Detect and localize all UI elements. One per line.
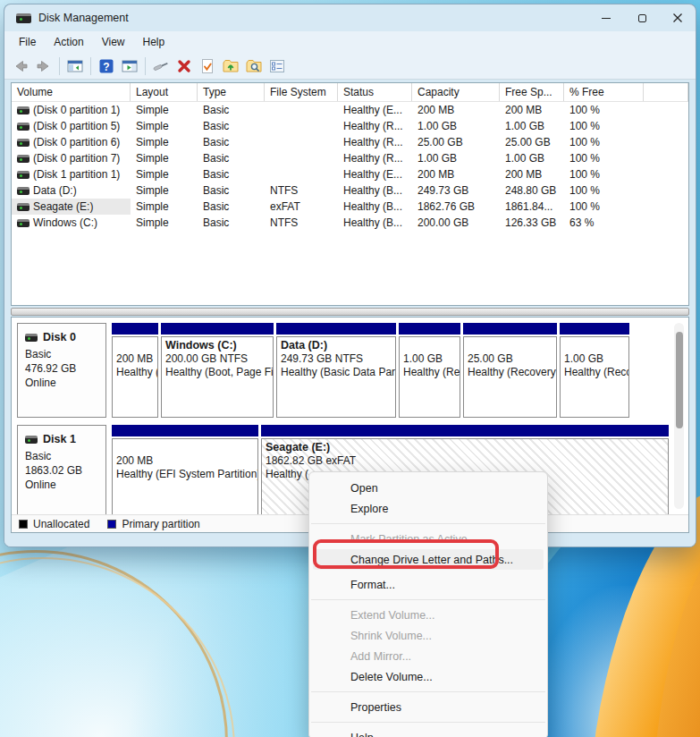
pct-cell: 100 % [564,118,644,134]
minimize-button[interactable] [588,4,624,31]
column-header-filesystem[interactable]: File System [265,83,338,101]
titlebar[interactable]: Disk Management [4,4,696,31]
show-action-pane-button[interactable] [119,55,140,77]
status-cell: Healthy (E... [338,102,412,118]
partition-size: 249.73 GB NTFS [281,352,363,365]
partition-block[interactable]: Windows (C:)200.00 GB NTFSHealthy (Boot,… [161,323,274,418]
screwdriver-icon [152,57,170,75]
table-row[interactable]: Windows (C:) Simple Basic NTFS Healthy (… [12,215,688,231]
partition-block[interactable]: Data (D:)249.73 GB NTFSHealthy (Basic Da… [276,323,396,418]
toolbar-separator [90,57,91,75]
column-header-status[interactable]: Status [338,83,412,101]
capacity-cell: 200 MB [412,102,500,118]
check-document-button[interactable] [197,55,218,77]
table-row[interactable]: (Disk 1 partition 1) Simple Basic Health… [12,166,688,182]
menu-item-properties[interactable]: Properties [313,697,544,717]
properties-button[interactable] [266,55,288,77]
folder-open-button[interactable] [220,55,241,77]
partition-health: Healthy (Boot, Page File, Crash Dump, Ba… [165,366,274,378]
menu-item-delete-volume[interactable]: Delete Volume... [313,666,544,687]
disk-0-label[interactable]: Disk 0 Basic 476.92 GB Online [17,323,106,418]
menu-item-explore[interactable]: Explore [313,498,544,519]
delete-partition-button[interactable] [173,55,195,77]
column-header-volume[interactable]: Volume [12,83,131,101]
menu-item-help[interactable]: Help [313,727,544,737]
disk-size: 476.92 GB [25,361,98,376]
column-header-capacity[interactable]: Capacity [412,83,500,101]
partition-name: Data (D:) [281,339,392,352]
disk-icon [25,334,38,342]
fs-cell: NTFS [265,182,338,199]
menu-help[interactable]: Help [134,33,174,51]
column-header-pctfree[interactable]: % Free [564,83,644,101]
menu-item-open[interactable]: Open [313,478,544,498]
status-cell: Healthy (R... [338,134,412,150]
partition-name [468,339,552,352]
disk-0-row: Disk 0 Basic 476.92 GB Online 200 MBHeal… [17,323,669,418]
free-cell: 1.00 GB [500,118,564,134]
volume-cell: Seagate (E:) [12,199,131,215]
help-button[interactable]: ? [96,55,117,77]
vertical-scrollbar[interactable] [674,323,684,509]
column-header-type[interactable]: Type [198,83,265,101]
menu-item-add-mirror: Add Mirror... [313,646,544,666]
table-row[interactable]: Data (D:) Simple Basic NTFS Healthy (B..… [12,182,688,199]
table-header: Volume Layout Type File System Status Ca… [12,83,688,102]
partition-block[interactable]: 1.00 GBHealthy (Recovery Partition) [399,323,460,418]
close-icon [672,13,683,23]
partition-health: Healthy (Recovery Partition) [468,366,557,378]
partition-health: Healthy (Recovery Partition) [403,366,460,378]
volume-cell: (Disk 0 partition 7) [12,150,131,166]
menu-action[interactable]: Action [45,33,92,51]
forward-button[interactable] [33,55,55,77]
scrollbar-thumb[interactable] [676,332,683,428]
table-row[interactable]: (Disk 0 partition 7) Simple Basic Health… [12,150,688,166]
column-header-layout[interactable]: Layout [131,83,198,101]
partition-color-strip [463,323,557,335]
show-action-pane-icon [121,57,139,75]
volume-icon [17,155,30,163]
free-cell: 1.00 GB [500,150,564,166]
menu-item-change-drive-letter[interactable]: Change Drive Letter and Paths... [313,549,544,570]
free-cell: 200 MB [500,102,564,118]
close-button[interactable] [660,4,696,31]
table-row-selected[interactable]: Seagate (E:) Simple Basic exFAT Healthy … [12,199,688,215]
show-console-tree-button[interactable] [64,55,86,77]
table-row[interactable]: (Disk 0 partition 1) Simple Basic Health… [12,102,688,118]
partition-color-strip [560,323,629,335]
disk-1-label[interactable]: Disk 1 Basic 1863.02 GB Online [17,425,106,516]
partition-color-strip [161,323,274,335]
partition-block[interactable]: 25.00 GBHealthy (Recovery Partition) [463,323,557,418]
screwdriver-button[interactable] [150,55,172,77]
menu-file[interactable]: File [10,33,45,51]
partition-block[interactable]: 200 MBHealthy (EFI System Partition) [112,323,158,418]
folder-explore-button[interactable] [243,55,265,77]
volume-icon [17,187,30,195]
volume-name: (Disk 0 partition 5) [33,118,120,134]
menu-view[interactable]: View [93,33,134,51]
partition-health: Healthy (EFI System Partition) [116,366,158,378]
layout-cell: Simple [131,166,198,182]
toolbar-separator [59,57,60,75]
back-icon [12,57,30,75]
partition-size: 200 MB [116,352,153,365]
disk-management-window: Disk Management File Action View Help ? [4,4,696,547]
menu-item-extend-volume: Extend Volume... [313,605,544,625]
layout-cell: Simple [131,215,198,231]
table-row[interactable]: (Disk 0 partition 5) Simple Basic Health… [12,118,688,134]
partition-block[interactable]: 200 MBHealthy (EFI System Partition) [112,425,258,516]
volume-name: Data (D:) [33,182,77,199]
menu-separator [311,691,545,692]
pane-splitter[interactable] [11,308,689,316]
menu-item-format[interactable]: Format... [313,574,544,595]
volume-icon [17,171,30,179]
back-button[interactable] [10,55,31,77]
maximize-button[interactable] [624,4,660,31]
volume-icon [17,219,30,227]
layout-cell: Simple [131,118,198,134]
partition-block[interactable]: 1.00 GBHealthy (Recovery Partition) [560,323,629,418]
type-cell: Basic [198,102,265,118]
column-header-freespace[interactable]: Free Sp... [500,83,564,101]
table-row[interactable]: (Disk 0 partition 6) Simple Basic Health… [12,134,688,150]
partition-name: Seagate (E:) [266,441,664,454]
